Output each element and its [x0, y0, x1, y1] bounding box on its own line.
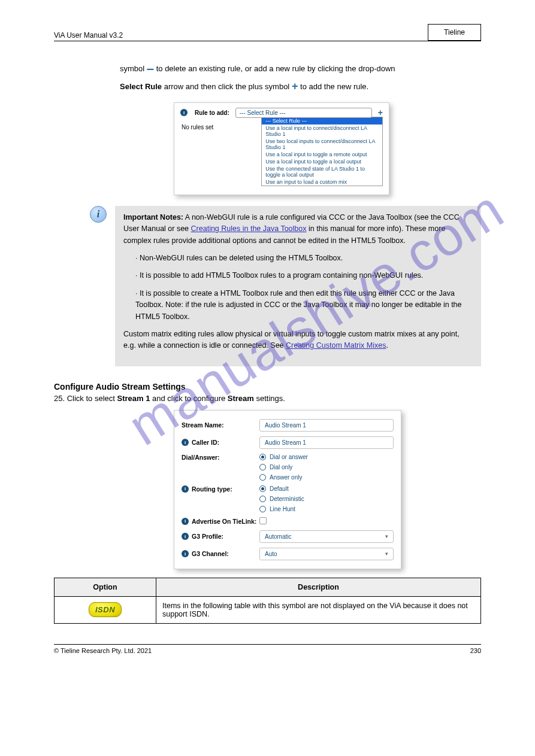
no-rules-text: No rules set — [180, 118, 213, 186]
isdn-badge-icon: ISDN — [89, 602, 122, 617]
rule-options-list[interactable]: --- Select Rule --- Use a local input to… — [261, 117, 383, 186]
info-icon: i — [182, 439, 189, 446]
rule-dropdown-screenshot: i Rule to add: --- Select Rule --- + No … — [174, 102, 389, 195]
rule-option[interactable]: Use a local input to toggle a local outp… — [262, 158, 382, 165]
table-header-option: Option — [55, 578, 156, 596]
intro-paragraph: symbol – to delete an existing rule, or … — [120, 59, 481, 94]
g3-profile-label: G3 Profile: — [192, 533, 223, 540]
g3-channel-label: G3 Channel: — [192, 550, 229, 557]
table-cell-description: Items in the following table with this s… — [156, 596, 481, 623]
info-icon: i — [180, 109, 188, 116]
routing-type-label: Routing type: — [192, 485, 232, 493]
info-icon: i — [182, 550, 189, 557]
stream-name-label: Stream Name: — [182, 421, 259, 429]
chevron-down-icon: ▾ — [385, 551, 388, 557]
rule-option[interactable]: Use the connected state of LA Studio 1 t… — [262, 165, 382, 178]
link-custom-matrix[interactable]: Creating Custom Matrix Mixes — [286, 341, 386, 350]
advertise-checkbox[interactable] — [259, 517, 267, 524]
rule-option[interactable]: Use a local input to toggle a remote out… — [262, 151, 382, 158]
dial-answer-radio[interactable]: Dial or answer — [259, 454, 394, 460]
stream-name-input[interactable]: Audio Stream 1 — [259, 419, 394, 432]
plus-icon: + — [292, 80, 298, 92]
info-icon: i — [182, 485, 189, 493]
stream-step-text: 25. Click to select Stream 1 and click t… — [54, 394, 481, 403]
link-creating-rules[interactable]: Creating Rules in the Java Toolbox — [191, 224, 307, 233]
rule-option[interactable]: Use two local inputs to connect/disconne… — [262, 138, 382, 151]
options-table: Option Description ISDN Items in the fol… — [54, 578, 481, 624]
answer-only-radio[interactable]: Answer only — [259, 474, 394, 481]
stream-settings-panel: Stream Name: Audio Stream 1 iCaller ID: … — [174, 410, 401, 569]
minus-icon: – — [147, 61, 154, 76]
g3-profile-select[interactable]: Automatic▾ — [259, 530, 394, 543]
brand-box: Tieline — [428, 24, 481, 41]
table-row: ISDN Items in the following table with t… — [55, 596, 481, 623]
routing-deterministic-radio[interactable]: Deterministic — [259, 496, 394, 502]
info-icon: i — [182, 533, 189, 540]
footer-page-number: 230 — [470, 647, 481, 654]
info-icon: i — [90, 206, 107, 223]
caller-id-input[interactable]: Audio Stream 1 — [259, 436, 394, 449]
routing-default-radio[interactable]: Default — [259, 485, 394, 492]
dial-only-radio[interactable]: Dial only — [259, 464, 394, 470]
caller-id-label: Caller ID: — [192, 439, 219, 446]
rule-option[interactable]: --- Select Rule --- — [262, 117, 382, 125]
rule-add-label: Rule to add: — [195, 110, 229, 116]
rule-select[interactable]: --- Select Rule --- — [235, 108, 372, 118]
dial-answer-label: Dial/Answer: — [182, 454, 259, 461]
g3-channel-select[interactable]: Auto▾ — [259, 548, 394, 560]
advertise-label: Advertise On TieLink: — [192, 518, 256, 525]
rule-option[interactable]: Use a local input to connect/disconnect … — [262, 125, 382, 138]
chevron-down-icon: ▾ — [385, 533, 388, 539]
doc-title: ViA User Manual v3.2 — [54, 31, 123, 40]
footer-copyright: © Tieline Research Pty. Ltd. 2021 — [54, 647, 152, 654]
rule-option[interactable]: Use an input to load a custom mix — [262, 178, 382, 186]
info-icon: i — [182, 518, 189, 525]
table-header-description: Description — [156, 578, 481, 596]
important-notes-box: Important Notes: A non-WebGUI rule is a … — [115, 206, 481, 366]
routing-linehunt-radio[interactable]: Line Hunt — [259, 506, 394, 512]
section-heading-streams: Configure Audio Stream Settings — [54, 382, 481, 391]
